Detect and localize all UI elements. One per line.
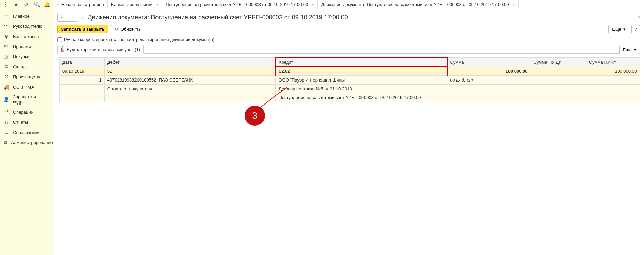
cell-debit: 51 — [104, 67, 276, 76]
history-icon[interactable]: ↺ — [23, 1, 30, 8]
tab-bar: ⌂Начальная страницаБанковские выписки×По… — [53, 0, 644, 9]
sidebar-item-label: Руководителю — [13, 24, 42, 29]
cell-credit-detail: Договор поставки №5 от 31.10.2018 — [276, 85, 447, 93]
tab-close-icon[interactable]: × — [156, 2, 159, 7]
table-row[interactable]: Оплата от покупателя Договор поставки №5… — [60, 85, 640, 93]
document-tabstrip: ДтКт Бухгалтерский и налоговый учет (1) — [57, 45, 640, 54]
tab[interactable]: Движения документа: Поступление на расче… — [318, 0, 519, 9]
close-page-button[interactable]: ✕ — [637, 14, 641, 20]
sidebar-item-label: Справочники — [13, 130, 40, 135]
sidebar-item-label: Склад — [13, 64, 26, 69]
sidebar-item-label: Производство — [13, 74, 42, 79]
table-more-button[interactable]: Еще ▾ — [619, 46, 640, 54]
toolbar-icons: ⋮⋮⋮ ★ ↺ 🔍 🔔 — [0, 0, 53, 9]
sidebar-item-icon: 🛍 — [3, 44, 9, 49]
nav-buttons: ← → — [57, 13, 77, 22]
home-icon: ⌂ — [57, 2, 59, 7]
sidebar-item[interactable]: ◉Банк и касса — [0, 31, 53, 41]
sidebar-item-label: Покупки — [13, 54, 29, 59]
sidebar-item-icon: ▤ — [3, 64, 9, 69]
cell-sum-nu-kt: 100 000,00 — [586, 67, 640, 76]
cell-debit-detail: Оплата от покупателя — [104, 85, 276, 93]
refresh-button[interactable]: Обновить — [111, 25, 144, 33]
sidebar-item[interactable]: ⚒Производство — [0, 72, 53, 82]
save-close-button[interactable]: Записать и закрыть — [57, 25, 108, 33]
callout-line — [260, 87, 287, 108]
toolbar: Записать и закрыть Обновить Еще ▾ ? — [53, 24, 644, 36]
sidebar: ≡Главное〰Руководителю◉Банк и касса🛍Прода… — [0, 9, 53, 255]
sidebar-item-icon: 〰 — [3, 23, 9, 29]
sidebar-item[interactable]: ᴷᵀОперации — [0, 107, 53, 117]
nav-forward-button[interactable]: → — [67, 13, 77, 21]
table-row[interactable]: 1 40702810938200100552, ПАО СБЕРБАНК ООО… — [60, 76, 640, 85]
tab-label: Поступление на расчетный счет УРБП-00000… — [166, 2, 308, 7]
search-icon[interactable]: 🔍 — [33, 1, 41, 8]
more-button[interactable]: Еще ▾ — [608, 25, 629, 33]
sidebar-item-icon: ✿ — [3, 140, 7, 145]
sidebar-item[interactable]: ✿Администрирование — [0, 137, 53, 147]
star-icon[interactable]: ★ — [12, 1, 20, 8]
sidebar-item-icon: ≡ — [3, 13, 9, 19]
sidebar-item[interactable]: 🛒Покупки — [0, 51, 53, 62]
sidebar-item-label: Банк и касса — [13, 34, 39, 39]
sidebar-item-label: Отчеты — [13, 120, 28, 125]
col-credit[interactable]: Кредит — [276, 57, 447, 67]
sidebar-item[interactable]: ▭Справочники — [0, 127, 53, 137]
top-bar: ⋮⋮⋮ ★ ↺ 🔍 🔔 ⌂Начальная страницаБанковски… — [0, 0, 644, 9]
bell-icon[interactable]: 🔔 — [44, 1, 51, 8]
sidebar-item-icon: 🛒 — [3, 54, 9, 59]
sidebar-item-icon: ⫾⫾ — [3, 119, 9, 125]
callout-badge: 3 — [245, 106, 265, 126]
sidebar-item[interactable]: 〰Руководителю — [0, 21, 53, 31]
cell-credit-detail: ООО "Пауэр Интернэшнл-Шины" — [276, 76, 447, 85]
cell-sum: 100 000,00 — [447, 67, 531, 76]
manual-correction-checkbox[interactable] — [57, 37, 62, 42]
chevron-down-icon: ▾ — [634, 47, 636, 52]
sidebar-item[interactable]: ≡Главное — [0, 11, 53, 21]
content-area: ← → ☆ Движения документа: Поступление на… — [53, 9, 644, 255]
dtkt-icon: ДтКт — [61, 47, 65, 52]
col-date[interactable]: Дата — [60, 57, 105, 67]
sidebar-item-label: Администрирование — [11, 140, 53, 145]
tab-label: Начальная страница — [61, 2, 104, 7]
tab[interactable]: Банковские выписки× — [108, 0, 163, 9]
sidebar-item[interactable]: 👤Зарплата и кадры — [0, 92, 53, 107]
col-debit[interactable]: Дебет — [104, 57, 276, 67]
tab-close-icon[interactable]: × — [311, 2, 314, 7]
sidebar-item[interactable]: 🛍Продажи — [0, 41, 53, 51]
tab[interactable]: ⌂Начальная страница — [53, 0, 108, 9]
sidebar-item-icon: ᴷᵀ — [3, 109, 9, 115]
sidebar-item-icon: ▭ — [3, 130, 9, 135]
apps-icon[interactable]: ⋮⋮⋮ — [2, 1, 9, 8]
table-row[interactable]: Поступление на расчетный счет УРБП-00000… — [60, 93, 640, 102]
sidebar-item-label: Главное — [13, 14, 30, 19]
sidebar-item[interactable]: ⫾⫾Отчеты — [0, 117, 53, 127]
nav-back-button[interactable]: ← — [58, 13, 67, 21]
cell-sum-nu-dt — [531, 67, 586, 76]
help-button[interactable]: ? — [631, 25, 640, 33]
table-row[interactable]: 09.10.2019 51 62.02 100 000,00 100 000,0… — [60, 67, 640, 76]
table-wrap: Еще ▾ Дата Дебет Кредит Сумма Сумма НУ Д… — [59, 57, 640, 102]
sidebar-item-label: Зарплата и кадры — [13, 94, 49, 105]
sidebar-item-label: Операции — [13, 110, 34, 115]
sidebar-item[interactable]: ▤Склад — [0, 62, 53, 72]
sidebar-item-icon: ⚒ — [3, 74, 9, 79]
accounting-tab[interactable]: ДтКт Бухгалтерский и налоговый учет (1) — [57, 45, 144, 54]
chevron-down-icon: ▾ — [623, 27, 626, 32]
sidebar-item[interactable]: 🚚ОС и НМА — [0, 82, 53, 92]
tab-label: Банковские выписки — [111, 2, 153, 7]
table-header-row: Дата Дебет Кредит Сумма Сумма НУ Дт Сумм… — [60, 57, 640, 67]
cell-rownum: 1 — [60, 76, 105, 85]
sidebar-item-label: ОС и НМА — [13, 85, 34, 90]
svg-line-0 — [260, 87, 287, 108]
accounting-tab-label: Бухгалтерский и налоговый учет (1) — [67, 47, 140, 52]
col-sum-nu-dt[interactable]: Сумма НУ Дт — [531, 57, 586, 67]
cell-credit-detail: Поступление на расчетный счет УРБП-00000… — [276, 93, 447, 102]
tab-close-icon[interactable]: × — [512, 2, 515, 7]
sidebar-item-icon: 👤 — [3, 97, 9, 102]
cell-debit-detail: 40702810938200100552, ПАО СБЕРБАНК — [104, 76, 276, 85]
tab[interactable]: Поступление на расчетный счет УРБП-00000… — [162, 0, 318, 9]
favorite-toggle[interactable]: ☆ — [80, 14, 85, 21]
col-sum-nu-kt[interactable]: Сумма НУ Кт — [586, 57, 640, 67]
col-sum[interactable]: Сумма — [447, 57, 531, 67]
